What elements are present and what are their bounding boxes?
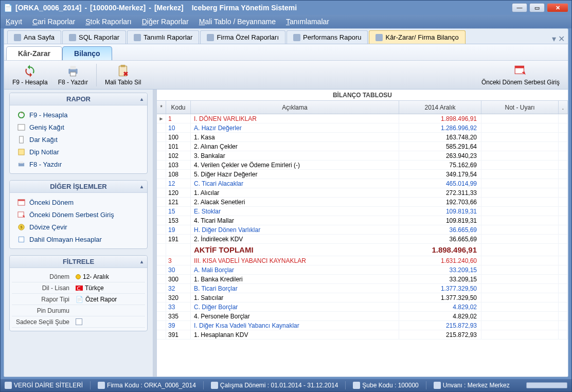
tab-ana-sayfa[interactable]: Ana Sayfa [7,30,61,44]
menu-diger-raporlar[interactable]: Diğer Raporlar [142,17,189,26]
side-onceki-donem[interactable]: Önceki Dönem [12,196,145,208]
table-row[interactable]: 30A. Mali Borçlar33.209,15 [157,265,568,275]
col-extra[interactable]: . [559,101,568,114]
btn-onceki-donem-serbest[interactable]: Önceki Dönem Serbest Giriş [478,63,563,87]
side-yazdir[interactable]: F8 - Yazdır [12,158,145,170]
table-row[interactable]: 1001. Kasa163.748,20 [157,133,568,142]
table-row[interactable]: 3911. Hesaplanan KDV215.872,93 [157,330,568,340]
subtab-kar-zarar[interactable]: Kâr-Zarar [6,46,62,60]
app-title: Iceberg Firma Yönetim Sistemi [192,4,297,12]
table-row[interactable]: 3354. Personele Borçlar4.829,02 [157,312,568,321]
filter-pin[interactable]: Pin Durumu [12,305,145,316]
col-aciklama[interactable]: Açıklama [191,101,399,114]
svg-rect-11 [18,163,24,166]
table-row[interactable]: AKTİF TOPLAMI1.898.496,91 [157,244,568,256]
table-row[interactable]: 1534. Ticari Mallar109.819,31 [157,216,568,225]
tab-kar-zarar[interactable]: Kâr-Zarar/ Firma Bilanço [369,30,465,44]
btn-hesapla[interactable]: F9 - Hesapla [9,63,51,87]
right-pane: BİLANÇO TABLOSU * Kodu Açıklama 2014 Ara… [156,90,568,377]
table-row[interactable]: 10A. Hazır Değerler1.286.996,92 [157,123,568,133]
table-row[interactable]: 15E. Stoklar109.819,31 [157,207,568,216]
doc-icon [98,382,105,389]
report-icon [134,34,141,41]
filter-rapor-tipi[interactable]: Rapor Tipi📄Özet Rapor [12,294,145,305]
titlebar: 📄 [ORKA_0006_2014] - [100000-Merkez] - [… [1,1,571,15]
calendar-icon [211,382,218,389]
table-row[interactable]: 33C. Diğer Borçlar4.829,02 [157,302,568,312]
menu-stok-raporlari[interactable]: Stok Raporları [85,17,132,26]
table-row[interactable]: 1023. Bankalar263.940,23 [157,151,568,161]
col-selector[interactable]: * [157,101,166,114]
side-dip-notlar[interactable]: Dip Notlar [12,146,145,158]
minimize-button[interactable]: — [512,3,527,12]
tab-sql-raporlar[interactable]: SQL Raporlar [62,30,126,44]
col-not[interactable]: Not - Uyarı [481,101,559,114]
menu-mali-tablo[interactable]: Mali Tablo / Beyanname [199,17,276,26]
maximize-button[interactable]: ▭ [529,3,545,12]
table-row[interactable]: 32B. Ticari Borçlar1.377.329,50 [157,284,568,293]
side-dovize-cevir[interactable]: $Dövize Çevir [12,221,145,233]
subtab-bilanco[interactable]: Bilanço [62,46,112,60]
close-button[interactable]: ✕ [547,3,568,12]
status-vergi[interactable]: VERGİ DAİRE SİTELERİ [5,382,83,389]
printer-icon [65,64,81,78]
svg-rect-10 [18,149,24,154]
filter-dil[interactable]: Dil - LisanTürkçe [12,282,145,294]
panel-diger-header[interactable]: DİĞER İŞLEMLER▴ [10,181,147,193]
col-value[interactable]: 2014 Aralık [399,101,481,114]
side-hesapla[interactable]: F9 - Hesapla [12,109,145,121]
status-donem: Çalışma Dönemi : 01.01.2014 - 31.12.2014 [211,382,338,389]
table-row[interactable]: ►1I. DÖNEN VARLIKLAR1.898.496,91 [157,114,568,123]
menubar: Kayıt Cari Raporlar Stok Raporları Diğer… [1,15,571,28]
table-row[interactable]: 1912. İndirilecek KDV36.665,69 [157,235,568,244]
tab-performans[interactable]: Performans Raporu [287,30,368,44]
tabstrip: Ana Sayfa SQL Raporlar Tanımlı Raporlar … [4,29,568,44]
table-row[interactable]: 19H. Diğer Dönen Varlıklar36.665,69 [157,225,568,235]
filter-sube[interactable]: Sadece Seçili Şube [12,316,145,328]
currency-icon: $ [17,223,25,231]
menu-cari-raporlar[interactable]: Cari Raporlar [32,17,75,26]
sql-icon [69,34,76,41]
panel-rapor-header[interactable]: RAPOR▴ [10,93,147,105]
svg-rect-1 [70,66,76,69]
page-narrow-icon [17,135,25,144]
report-icon [207,34,214,41]
table-row[interactable]: 12C. Ticari Alacaklar465.014,99 [157,179,568,188]
svg-rect-9 [19,136,23,142]
table-row[interactable]: 3201. Satıcılar1.377.329,50 [157,293,568,302]
tab-tanimli-raporlar[interactable]: Tanımlı Raporlar [127,30,199,44]
filter-donem[interactable]: Dönem12- Aralık [12,271,145,282]
table-row[interactable]: 1201. Alıcılar272.311,33 [157,188,568,198]
menu-tanimlamalar[interactable]: Tanımlamalar [286,17,329,26]
side-dar-kagit[interactable]: Dar Kağıt [12,133,145,146]
table-row[interactable]: 1012. Alınan Çekler585.291,64 [157,142,568,151]
side-onceki-donem-serbest[interactable]: Önceki Dönem Serbest Giriş [12,208,145,221]
refresh-icon [22,64,38,78]
printer-icon [17,160,25,168]
tab-close-icon[interactable]: ✕ [558,34,565,44]
side-dahil-olmayan[interactable]: Dahil Olmayan Hesaplar [12,233,145,245]
grid-title: BİLANÇO TABLOSU [157,90,568,101]
app-icon: 📄 [4,4,12,12]
tab-dropdown-icon[interactable]: ▾ [552,34,556,44]
table-row[interactable]: 1085. Diğer Hazır Değerler349.179,54 [157,170,568,179]
table-row[interactable]: 1212. Alacak Senetleri192.703,66 [157,198,568,207]
table-row[interactable]: 3III. KISA VADELİ YABANCI KAYNAKLAR1.631… [157,256,568,265]
panel-filtre-header[interactable]: FİLTRELE▴ [10,256,147,268]
table-row[interactable]: 3001. Banka Kredileri33.209,15 [157,275,568,284]
calendar-arrow-icon [17,210,25,219]
table-row[interactable]: 1034. Verilen Çekler ve Ödeme Emirleri (… [157,161,568,170]
menu-kayit[interactable]: Kayıt [6,17,22,26]
tab-firma-ozel[interactable]: Firma Özel Raporları [200,30,285,44]
grid-body[interactable]: ►1I. DÖNEN VARLIKLAR1.898.496,9110A. Haz… [157,114,568,377]
table-row[interactable]: 39I. Diğer Kısa Vadeli Yabancı Kaynaklar… [157,321,568,330]
balance-icon [376,34,383,41]
svg-rect-14 [17,199,24,201]
btn-yazdir[interactable]: F8 - Yazdır [55,63,91,87]
btn-mali-tablo-sil[interactable]: Mali Tablo Sil [102,63,144,87]
side-genis-kagit[interactable]: Geniş Kağıt [12,121,145,133]
doc-icon: 📄 [76,296,83,303]
checkbox[interactable] [76,318,82,325]
col-kodu[interactable]: Kodu [166,101,191,114]
page-wide-icon [17,123,25,131]
